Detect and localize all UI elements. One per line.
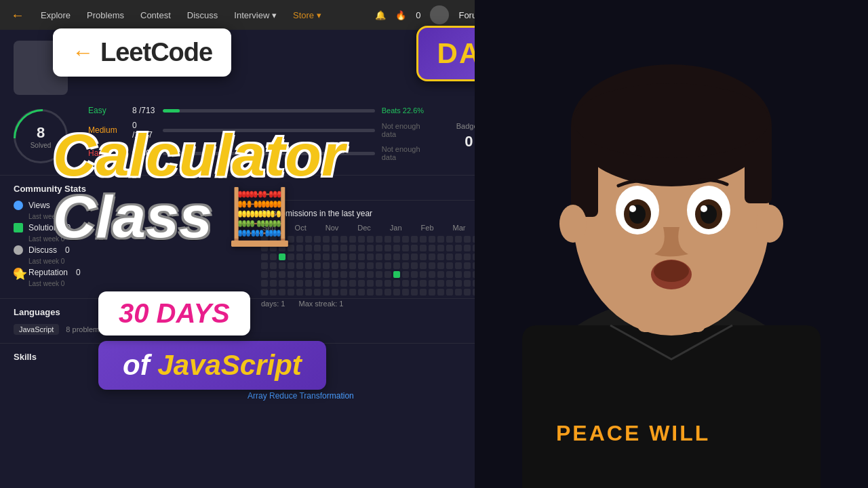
heatmap-header: 16 submissions in the last year xyxy=(261,209,475,218)
diff-medium-label: Medium xyxy=(88,125,125,135)
heatmap-cell xyxy=(349,236,356,243)
heatmap-cell xyxy=(446,245,453,251)
heatmap-cell xyxy=(279,280,285,287)
heatmap-cell xyxy=(446,262,453,269)
heatmap-cell xyxy=(464,271,471,278)
diff-medium-row: Medium 0 /1507 Not enough data xyxy=(88,121,436,140)
diff-medium-count: 0 /1507 xyxy=(132,121,156,140)
heatmap-col xyxy=(332,236,338,296)
heatmap-cell xyxy=(429,245,435,251)
heatmap-cell xyxy=(323,280,330,287)
svg-point-20 xyxy=(756,205,783,243)
heatmap-col xyxy=(429,236,435,296)
bg-leetcode: ← Explore Problems Contest Discuss Inter… xyxy=(0,0,495,488)
heatmap-cell xyxy=(411,253,418,260)
stat-views-value: 0 xyxy=(58,201,63,210)
heatmap-cell xyxy=(376,280,382,287)
heatmap-cell xyxy=(464,262,471,269)
heatmap-cell xyxy=(270,236,277,243)
diff-hard-count: 0 /306 xyxy=(132,148,156,158)
avatar[interactable] xyxy=(430,5,449,24)
heatmap-cell xyxy=(464,280,471,287)
month-jan: Jan xyxy=(390,224,402,232)
month-feb: Feb xyxy=(421,224,434,232)
heatmap-cell xyxy=(340,280,347,287)
nav-contest[interactable]: Contest xyxy=(140,10,171,20)
heatmap-cell xyxy=(323,236,330,243)
heatmap-cell xyxy=(429,253,435,260)
nav-logo-icon[interactable]: ← xyxy=(11,7,24,23)
heatmap-cell xyxy=(314,262,321,269)
diff-hard-label: Hard xyxy=(88,148,125,158)
diff-easy-bar xyxy=(163,109,180,113)
heatmap-cell xyxy=(384,253,391,260)
heatmap-cell xyxy=(402,236,409,243)
heatmap-cell xyxy=(411,280,418,287)
profile-rank: Rank: 2,826,665 xyxy=(81,41,481,51)
nav-discuss[interactable]: Discuss xyxy=(187,10,218,20)
lang-js-count: 8 problems s... xyxy=(66,325,115,333)
heatmap-cell xyxy=(367,236,374,243)
heatmap-cell xyxy=(411,271,418,278)
heatmap-col xyxy=(323,236,330,296)
heatmap-cell xyxy=(437,280,444,287)
bell-icon[interactable]: 🔔 xyxy=(375,10,386,20)
nav-explore[interactable]: Explore xyxy=(41,10,71,20)
heatmap-cell xyxy=(270,289,277,296)
heatmap-cell xyxy=(314,271,321,278)
heatmap-cell xyxy=(288,289,294,296)
month-sep: Sep xyxy=(262,224,276,232)
heatmap-cell xyxy=(305,236,312,243)
tab-solutions[interactable]: Solutions xyxy=(248,354,283,374)
heatmap-cell xyxy=(270,271,277,278)
month-oct: Oct xyxy=(295,224,307,232)
diff-medium-nodata: Not enough data xyxy=(382,122,436,138)
heatmap-cell xyxy=(261,271,268,278)
heatmap-cell xyxy=(340,236,347,243)
stat-views-name: Views xyxy=(28,201,50,210)
top-nav: ← Explore Problems Contest Discuss Inter… xyxy=(0,0,495,30)
heatmap-cell xyxy=(305,289,312,296)
heatmap-cell xyxy=(464,245,471,251)
heatmap-cell xyxy=(332,280,338,287)
month-nov: Nov xyxy=(326,224,339,232)
diff-hard-bar-bg xyxy=(163,152,375,155)
heatmap-cell xyxy=(261,262,268,269)
edit-profile-button[interactable]: Edit Profile xyxy=(81,55,135,70)
heatmap-cell xyxy=(376,271,382,278)
heatmap-cell xyxy=(393,236,400,243)
heatmap-cell xyxy=(429,280,435,287)
heatmap-cell xyxy=(314,245,321,251)
heatmap-cell xyxy=(358,245,365,251)
solved-circle: 8 Solved xyxy=(14,109,68,163)
heatmap-cell xyxy=(367,245,374,251)
heatmap-cell xyxy=(420,262,427,269)
heatmap-cell xyxy=(393,262,400,269)
heatmap-area: 16 submissions in the last year Sep Oct … xyxy=(248,200,488,316)
profile-info: Rank: 2,826,665 Edit Profile xyxy=(81,41,481,70)
nav-store[interactable]: Store ▾ xyxy=(293,10,321,20)
recent-problem-title[interactable]: Array Reduce Transformation xyxy=(248,391,354,401)
heatmap-cell xyxy=(314,236,321,243)
nav-interview[interactable]: Interview ▾ xyxy=(234,10,277,20)
svg-point-19 xyxy=(559,205,587,243)
heatmap-cell xyxy=(305,262,312,269)
heatmap-cell xyxy=(464,236,471,243)
heatmap-cell xyxy=(402,280,409,287)
heatmap-col xyxy=(411,236,418,296)
nav-icons: 🔔 🔥 0 Forum xyxy=(375,5,484,24)
heatmap-cell xyxy=(288,262,294,269)
heatmap-col xyxy=(261,236,268,296)
heatmap-cell xyxy=(296,253,303,260)
solved-label: Solved xyxy=(31,142,52,149)
fire-count: 0 xyxy=(416,10,420,20)
heatmap-cell xyxy=(402,262,409,269)
person-bg: PEACE WILL xyxy=(475,0,868,488)
nav-problems[interactable]: Problems xyxy=(87,10,124,20)
diff-hard-row: Hard 0 /306 Not enough data xyxy=(88,145,436,161)
heatmap-cell xyxy=(455,236,462,243)
stat-reputation-value: 0 xyxy=(76,268,81,277)
diff-easy-beats: Beats 22.6% xyxy=(382,106,436,115)
heatmap-cell xyxy=(340,271,347,278)
heatmap-cell xyxy=(464,289,471,296)
